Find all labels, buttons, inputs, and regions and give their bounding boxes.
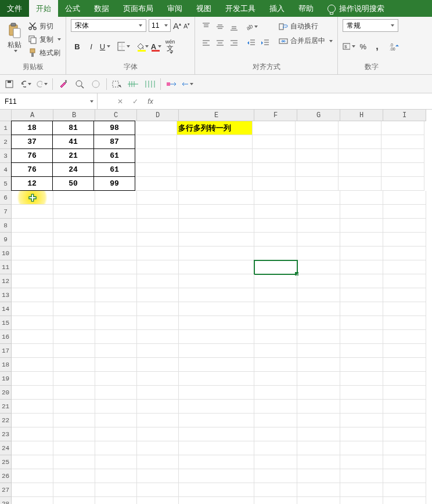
cell-H10[interactable] bbox=[340, 246, 383, 260]
cell-A27[interactable] bbox=[12, 483, 53, 497]
cell-B15[interactable] bbox=[53, 316, 95, 330]
tab-file[interactable]: 文件 bbox=[0, 0, 29, 17]
cell-E17[interactable] bbox=[179, 344, 254, 358]
cell-F8[interactable] bbox=[254, 219, 297, 233]
cell-H22[interactable] bbox=[340, 414, 383, 427]
cell-C2[interactable]: 87 bbox=[93, 135, 135, 149]
cell-B20[interactable] bbox=[53, 386, 95, 400]
cell-I12[interactable] bbox=[383, 274, 426, 288]
cell-A24[interactable] bbox=[12, 441, 53, 455]
cell-C28[interactable] bbox=[95, 497, 137, 504]
cell-C25[interactable] bbox=[95, 455, 137, 469]
align-middle-button[interactable] bbox=[214, 20, 226, 33]
tab-home[interactable]: 开始 bbox=[29, 0, 58, 17]
cell-B26[interactable] bbox=[53, 469, 95, 483]
cell-G23[interactable] bbox=[297, 427, 340, 441]
align-center-button[interactable] bbox=[214, 37, 226, 49]
cell-A15[interactable] bbox=[12, 316, 53, 330]
cell-D13[interactable] bbox=[137, 288, 179, 302]
row-header-17[interactable]: 17 bbox=[0, 344, 12, 358]
row-header-15[interactable]: 15 bbox=[0, 316, 12, 330]
cell-C4[interactable]: 61 bbox=[93, 162, 135, 177]
print-preview-button[interactable] bbox=[74, 78, 85, 90]
cell-E23[interactable] bbox=[179, 427, 254, 441]
cell-F11[interactable] bbox=[254, 260, 297, 274]
cell-G27[interactable] bbox=[297, 483, 340, 497]
col-header-F[interactable]: F bbox=[254, 110, 297, 121]
cell-H5[interactable] bbox=[339, 177, 381, 191]
cell-B11[interactable] bbox=[53, 260, 95, 274]
name-box-input[interactable] bbox=[0, 97, 88, 106]
cell-E6[interactable] bbox=[179, 191, 254, 205]
cell-G5[interactable] bbox=[296, 177, 339, 191]
cell-D18[interactable] bbox=[137, 358, 179, 372]
row-header-4[interactable]: 4 bbox=[0, 163, 12, 177]
cell-I10[interactable] bbox=[383, 246, 426, 260]
cell-C11[interactable] bbox=[95, 260, 137, 274]
row-header-21[interactable]: 21 bbox=[0, 400, 12, 414]
cell-B8[interactable] bbox=[53, 219, 95, 233]
cell-I26[interactable] bbox=[383, 469, 426, 483]
cell-I4[interactable] bbox=[381, 163, 424, 177]
cell-I24[interactable] bbox=[383, 441, 426, 455]
cell-B10[interactable] bbox=[53, 246, 95, 260]
cell-G7[interactable] bbox=[297, 205, 340, 219]
increase-indent-button[interactable] bbox=[259, 37, 272, 49]
borders-button[interactable] bbox=[117, 40, 130, 53]
cell-C14[interactable] bbox=[95, 302, 137, 316]
cell-I13[interactable] bbox=[383, 288, 426, 302]
font-name-select[interactable]: 宋体 bbox=[71, 19, 146, 32]
cell-D25[interactable] bbox=[137, 455, 179, 469]
format-painter-button[interactable]: 格式刷 bbox=[28, 47, 61, 59]
cell-G12[interactable] bbox=[297, 274, 340, 288]
cell-H14[interactable] bbox=[340, 302, 383, 316]
cell-C18[interactable] bbox=[95, 358, 137, 372]
cell-F23[interactable] bbox=[254, 427, 297, 441]
cell-G3[interactable] bbox=[296, 149, 339, 163]
phonetic-button[interactable]: wén文 bbox=[164, 40, 177, 53]
tab-view[interactable]: 视图 bbox=[189, 0, 218, 17]
cell-A1[interactable]: 18 bbox=[11, 121, 53, 135]
cell-I11[interactable] bbox=[383, 260, 426, 274]
cell-G28[interactable] bbox=[297, 497, 340, 504]
cell-H7[interactable] bbox=[340, 205, 383, 219]
cell-H2[interactable] bbox=[339, 135, 381, 149]
cell-E13[interactable] bbox=[179, 288, 254, 302]
cell-C17[interactable] bbox=[95, 344, 137, 358]
cell-E27[interactable] bbox=[179, 483, 254, 497]
cell-E15[interactable] bbox=[179, 316, 254, 330]
row-header-22[interactable]: 22 bbox=[0, 414, 12, 427]
decrease-indent-button[interactable] bbox=[245, 37, 258, 49]
cell-E22[interactable] bbox=[179, 414, 254, 427]
cell-D23[interactable] bbox=[137, 427, 179, 441]
col-header-G[interactable]: G bbox=[297, 110, 340, 121]
cell-G11[interactable] bbox=[297, 260, 340, 274]
cell-I18[interactable] bbox=[383, 358, 426, 372]
cell-D11[interactable] bbox=[137, 260, 179, 274]
select-all-corner[interactable] bbox=[0, 110, 12, 121]
copy-button[interactable]: 复制 bbox=[28, 34, 61, 45]
tab-formula[interactable]: 公式 bbox=[58, 0, 87, 17]
cell-I23[interactable] bbox=[383, 427, 426, 441]
cell-C22[interactable] bbox=[95, 414, 137, 427]
cell-A12[interactable] bbox=[12, 274, 53, 288]
tab-layout[interactable]: 页面布局 bbox=[116, 0, 160, 17]
cell-I21[interactable] bbox=[383, 400, 426, 414]
cell-D6[interactable] bbox=[137, 191, 179, 205]
row-header-7[interactable]: 7 bbox=[0, 205, 12, 219]
cell-F24[interactable] bbox=[254, 441, 297, 455]
increase-decimal-button[interactable]: .0.00 bbox=[388, 40, 401, 53]
cell-F16[interactable] bbox=[254, 330, 297, 344]
row-header-14[interactable]: 14 bbox=[0, 302, 12, 316]
cell-A14[interactable] bbox=[12, 302, 53, 316]
cell-G1[interactable] bbox=[296, 121, 339, 135]
cell-C3[interactable]: 61 bbox=[93, 148, 135, 163]
cell-B14[interactable] bbox=[53, 302, 95, 316]
cell-C23[interactable] bbox=[95, 427, 137, 441]
cell-I6[interactable] bbox=[383, 191, 426, 205]
cell-D16[interactable] bbox=[137, 330, 179, 344]
cell-A4[interactable]: 76 bbox=[11, 162, 53, 177]
cell-A16[interactable] bbox=[12, 330, 53, 344]
cell-G26[interactable] bbox=[297, 469, 340, 483]
cell-D26[interactable] bbox=[137, 469, 179, 483]
